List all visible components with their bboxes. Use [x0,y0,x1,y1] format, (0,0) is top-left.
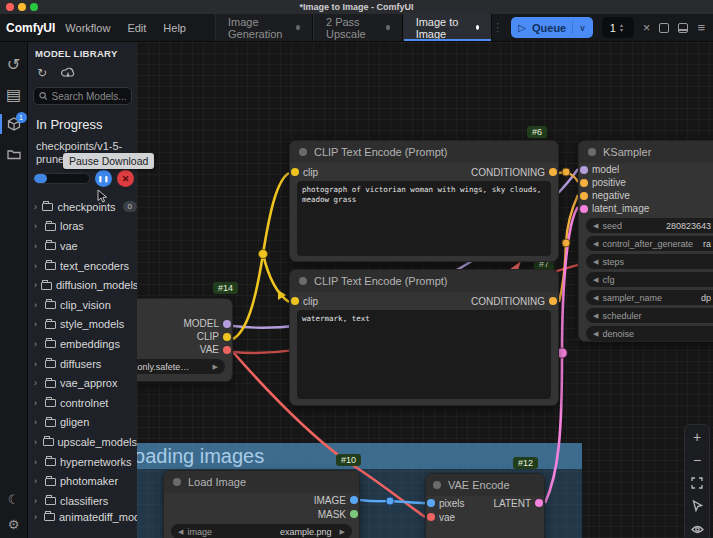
chevron-right-icon[interactable]: › [34,221,41,231]
tree-item-clip-vision[interactable]: ›clip_vision [34,295,137,315]
rail-model-library-icon[interactable]: 1 [0,110,28,138]
widget-denoise[interactable]: ◀denoise [586,326,713,341]
arrow-right-icon[interactable]: ▶ [213,363,218,371]
chevron-right-icon[interactable]: › [34,476,41,486]
conditioning-pin-icon[interactable] [580,192,588,200]
chevron-right-icon[interactable]: › [34,280,37,290]
collapse-dot-icon[interactable] [173,478,181,486]
collapse-dot-icon[interactable] [588,148,596,156]
vae-pin-icon[interactable] [223,346,231,354]
arrow-left-icon[interactable]: ◀ [593,222,598,230]
search-input[interactable] [52,91,126,102]
model-pin-icon[interactable] [223,320,231,328]
widget-scheduler[interactable]: ◀scheduler [586,308,713,323]
refresh-icon[interactable]: ↻ [37,66,47,80]
chevron-down-icon[interactable]: ∨ [579,23,586,33]
tree-item-gligen[interactable]: ›gligen [34,413,137,433]
input-clip[interactable]: clip [291,167,318,178]
stop-icon[interactable] [659,23,669,33]
chevron-right-icon[interactable]: › [34,457,41,467]
chevron-right-icon[interactable]: › [34,417,41,427]
model-pin-icon[interactable] [580,166,588,174]
clip-pin-icon[interactable] [291,168,299,176]
chevron-right-icon[interactable]: › [34,339,41,349]
cancel-download-button[interactable]: ✕ [117,170,134,187]
zoom-in-button[interactable]: + [693,430,701,444]
queue-button[interactable]: ▷ Queue ∨ [511,17,593,38]
app-logo[interactable]: ComfyUI [6,21,55,35]
rail-workflows-icon[interactable] [0,140,28,168]
chevron-right-icon[interactable]: › [34,202,38,212]
tree-item-checkpoints[interactable]: ›checkpoints0 [34,197,137,217]
widget-cfg[interactable]: ◀cfg [586,272,713,287]
arrow-left-icon[interactable]: ◀ [593,258,598,266]
chevron-right-icon[interactable]: › [34,241,41,251]
node-header[interactable]: CLIP Text Encode (Prompt) [290,270,558,292]
zoom-out-button[interactable]: − [693,453,701,467]
tab-2-pass-upscale[interactable]: 2 Pass Upscale [313,14,403,41]
node-header[interactable]: KSampler [579,141,713,163]
arrow-left-icon[interactable]: ◀ [593,330,598,338]
bottom-panel-icon[interactable] [678,23,688,33]
widget-image[interactable]: ◀imageexample.png▶ [171,524,352,538]
tree-item-vae[interactable]: ›vae [34,236,137,256]
widget-ckpt-name[interactable]: d-emaonly.safete…▶ [137,359,225,374]
widget-control-after-generate[interactable]: ◀control_after_generatera [586,236,713,251]
tree-item-controlnet[interactable]: ›controlnet [34,393,137,413]
output-vae[interactable]: VAE [137,343,232,356]
tree-item-loras[interactable]: ›loras [34,217,137,237]
input-clip[interactable]: clip [291,296,318,307]
chevron-right-icon[interactable]: › [34,300,41,310]
stepper-arrows-icon[interactable]: ▴▾ [620,23,623,33]
node-vae-encode[interactable]: VAE Encode pixels LATENT vae [425,473,545,538]
tree-item-diffusers[interactable]: ›diffusers [34,354,137,374]
output-conditioning[interactable]: CONDITIONING [471,167,557,178]
chevron-right-icon[interactable]: › [34,319,41,329]
chevron-right-icon[interactable]: › [34,359,41,369]
conditioning-pin-icon[interactable] [580,179,588,187]
node-load-checkpoint[interactable]: MODEL CLIP VAE d-emaonly.safete…▶ [137,298,233,382]
arrow-right-icon[interactable]: ▶ [340,528,345,536]
rail-node-library-icon[interactable]: ▤ [0,80,28,108]
conditioning-pin-icon[interactable] [549,297,557,305]
toggle-link-visibility-button[interactable] [691,522,704,536]
input-positive[interactable]: positive [579,176,713,189]
fit-view-button[interactable] [691,476,703,490]
input-pixels[interactable]: pixels [427,498,465,509]
negative-prompt-textarea[interactable]: watermark, text [297,310,551,399]
widget-sampler-name[interactable]: ◀sampler_namedp [586,290,713,305]
arrow-left-icon[interactable]: ◀ [593,312,598,320]
widget-seed[interactable]: ◀seed280823643 [586,218,713,233]
output-latent[interactable]: LATENT [493,498,543,509]
node-clip-text-encode-positive[interactable]: CLIP Text Encode (Prompt) clip CONDITION… [289,140,559,262]
node-header[interactable]: CLIP Text Encode (Prompt) [290,141,558,163]
tree-item-classifiers[interactable]: ›classifiers [34,491,137,511]
batch-count-stepper[interactable]: 1 ▴▾ [602,17,634,38]
vae-pin-icon[interactable] [427,513,435,521]
mask-pin-icon[interactable] [350,510,358,518]
node-header[interactable]: VAE Encode [426,474,544,496]
node-ksampler[interactable]: KSampler model positive negative latent_… [578,140,713,342]
tree-item-style-models[interactable]: ›style_models [34,315,137,335]
arrow-left-icon[interactable]: ◀ [593,240,598,248]
collapse-dot-icon[interactable] [299,148,307,156]
tree-item-animatediff-models[interactable]: ›animatediff_models [34,511,137,523]
widget-steps[interactable]: ◀steps [586,254,713,269]
latent-pin-icon[interactable] [535,499,543,507]
output-clip[interactable]: CLIP [137,330,232,343]
output-model[interactable]: MODEL [137,317,232,330]
input-negative[interactable]: negative [579,189,713,202]
chevron-right-icon[interactable]: › [34,437,39,447]
tree-item-text-encoders[interactable]: ›text_encoders [34,256,137,276]
positive-prompt-textarea[interactable]: photograph of victorian woman with wings… [297,181,551,256]
tab-image-to-image[interactable]: Image to Image [403,14,493,41]
search-box[interactable] [33,87,132,105]
arrow-left-icon[interactable]: ◀ [178,528,183,536]
output-conditioning[interactable]: CONDITIONING [471,296,557,307]
clear-queue-icon[interactable]: × [643,21,651,34]
arrow-left-icon[interactable]: ◀ [593,294,598,302]
input-model[interactable]: model [579,163,713,176]
chevron-right-icon[interactable]: › [34,496,41,506]
image-pin-icon[interactable] [427,499,435,507]
tree-item-photomaker[interactable]: ›photomaker [34,471,137,491]
